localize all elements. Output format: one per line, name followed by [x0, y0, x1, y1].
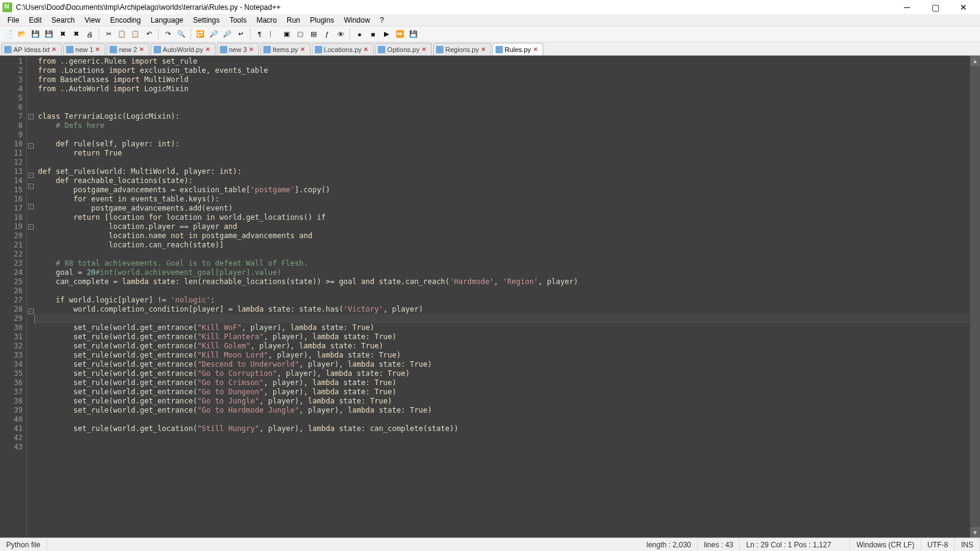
code-line[interactable]: location.can_reach(state)]	[38, 241, 970, 250]
menu-file[interactable]: File	[2, 14, 24, 26]
code-line[interactable]: from ..AutoWorld import LogicMixin	[38, 84, 970, 94]
code-line[interactable]: set_rule(world.get_entrance("Go to Hardm…	[38, 406, 970, 415]
code-line[interactable]: set_rule(world.get_entrance("Descend to …	[38, 360, 970, 369]
doc-map-button[interactable]: ▤	[307, 28, 320, 40]
print-button[interactable]: 🖨	[83, 28, 96, 40]
save-all-button[interactable]: 💾	[43, 28, 55, 40]
tab-close-icon[interactable]: ✕	[363, 47, 369, 53]
play-multi-button[interactable]: ⏩	[394, 28, 406, 40]
code-line[interactable]	[38, 103, 970, 112]
code-line[interactable]: def set_rules(world: MultiWorld, player:…	[38, 167, 970, 176]
code-editor[interactable]: from ..generic.Rules import set_rulefrom…	[34, 56, 970, 538]
code-line[interactable]: postgame_advancements = exclusion_table[…	[38, 186, 970, 195]
tab-close-icon[interactable]: ✕	[481, 47, 487, 53]
menu-language[interactable]: Language	[146, 14, 188, 26]
code-line[interactable]: goal = 20#int(world.achievement_goal[pla…	[38, 268, 970, 277]
code-line[interactable]: set_rule(world.get_entrance("Kill Golem"…	[38, 342, 970, 351]
code-line[interactable]: set_rule(world.get_entrance("Go to Corru…	[38, 369, 970, 378]
tab-options-py[interactable]: Options.py✕	[375, 43, 432, 55]
tab-new-2[interactable]: new 2✕	[107, 43, 149, 55]
tab-close-icon[interactable]: ✕	[51, 47, 58, 53]
fold-toggle[interactable]: −	[28, 173, 34, 178]
monitor-button[interactable]: 👁	[334, 28, 347, 40]
maximize-button[interactable]: ▢	[921, 0, 949, 14]
fold-all-button[interactable]: ▣	[281, 28, 293, 40]
tab-close-icon[interactable]: ✕	[95, 47, 101, 53]
close-all-button[interactable]: ✖	[70, 28, 82, 40]
tab-regions-py[interactable]: Regions.py✕	[433, 43, 491, 55]
code-line[interactable]	[38, 250, 970, 259]
fold-toggle[interactable]: −	[28, 309, 34, 314]
tab-close-icon[interactable]: ✕	[249, 47, 255, 53]
tab-autoworld-py[interactable]: AutoWorld.py✕	[151, 43, 216, 55]
menu-run[interactable]: Run	[282, 14, 305, 26]
scroll-down-icon[interactable]: ▼	[970, 527, 980, 538]
minimize-button[interactable]: ─	[893, 0, 921, 14]
code-line[interactable]: set_rule(world.get_entrance("Kill WoF", …	[38, 323, 970, 332]
code-line[interactable]: set_rule(world.get_entrance("Kill Plante…	[38, 332, 970, 342]
code-line[interactable]: # Defs here	[38, 121, 970, 130]
show-all-button[interactable]: ¶	[254, 28, 266, 40]
paste-button[interactable]: 📋	[129, 28, 141, 40]
play-button[interactable]: ▶	[380, 28, 393, 40]
menu-settings[interactable]: Settings	[188, 14, 224, 26]
tab-items-py[interactable]: Items.py✕	[260, 43, 311, 55]
save-macro-button[interactable]: 💾	[407, 28, 420, 40]
zoom-in-button[interactable]: 🔎	[208, 28, 220, 40]
code-line[interactable]: set_rule(world.get_entrance("Kill Moon L…	[38, 351, 970, 360]
code-line[interactable]: set_rule(world.get_entrance("Go to Jungl…	[38, 397, 970, 406]
tab-close-icon[interactable]: ✕	[533, 47, 539, 53]
code-line[interactable]: set_rule(world.get_entrance("Go to Dunge…	[38, 388, 970, 397]
close-button[interactable]: ✕	[949, 0, 978, 14]
code-line[interactable]	[38, 158, 970, 167]
record-button[interactable]: ●	[353, 28, 366, 40]
code-line[interactable]: return [location for location in world.g…	[38, 213, 970, 222]
code-line[interactable]: from ..generic.Rules import set_rule	[38, 57, 970, 66]
tab-new-3[interactable]: new 3✕	[217, 43, 259, 55]
replace-button[interactable]: 🔁	[194, 28, 206, 40]
tab-locations-py[interactable]: Locations.py✕	[312, 43, 374, 55]
menu-tools[interactable]: Tools	[225, 14, 252, 26]
code-line[interactable]: def rule(self, player: int):	[38, 140, 970, 149]
open-button[interactable]: 📂	[16, 28, 28, 40]
cut-button[interactable]: ✂	[102, 28, 115, 40]
stop-button[interactable]: ■	[367, 28, 379, 40]
menu-edit[interactable]: Edit	[24, 14, 47, 26]
redo-button[interactable]: ↷	[162, 28, 174, 40]
fold-toggle[interactable]: −	[28, 204, 34, 209]
copy-button[interactable]: 📋	[116, 28, 128, 40]
fold-toggle[interactable]: −	[28, 143, 34, 149]
save-button[interactable]: 💾	[29, 28, 42, 40]
tab-rules-py[interactable]: Rules.py✕	[492, 43, 543, 55]
code-line[interactable]: class TerrariaLogic(LogicMixin):	[38, 112, 970, 121]
code-line[interactable]: from BaseClasses import MultiWorld	[38, 75, 970, 84]
tab-new-1[interactable]: new 1✕	[63, 43, 105, 55]
tab-close-icon[interactable]: ✕	[139, 47, 145, 53]
menu-encoding[interactable]: Encoding	[105, 14, 146, 26]
code-line[interactable]: def reachable_locations(state):	[38, 176, 970, 186]
unfold-all-button[interactable]: ▢	[294, 28, 306, 40]
menu-[interactable]: ?	[375, 14, 389, 26]
code-line[interactable]	[38, 433, 970, 443]
zoom-out-button[interactable]: 🔎	[221, 28, 233, 40]
tab-ap-ideas-txt[interactable]: AP Ideas.txt✕	[1, 43, 62, 55]
code-line[interactable]: from .Locations import exclusion_table, …	[38, 66, 970, 75]
code-line[interactable]	[38, 415, 970, 424]
menu-view[interactable]: View	[80, 14, 105, 26]
code-line[interactable]: return True	[38, 149, 970, 158]
code-line[interactable]: for event in events_table.keys():	[38, 195, 970, 204]
code-line[interactable]: set_rule(world.get_location("Still Hungr…	[38, 424, 970, 433]
func-list-button[interactable]: ƒ	[321, 28, 333, 40]
fold-toggle[interactable]: −	[28, 184, 34, 189]
code-line[interactable]	[38, 94, 970, 103]
code-line[interactable]	[34, 314, 970, 323]
menu-search[interactable]: Search	[47, 14, 80, 26]
fold-toggle[interactable]: −	[28, 224, 34, 230]
close-button[interactable]: ✖	[56, 28, 69, 40]
tab-close-icon[interactable]: ✕	[300, 47, 306, 53]
tab-close-icon[interactable]: ✕	[205, 47, 211, 53]
code-line[interactable]: world.completion_condition[player] = lam…	[38, 305, 970, 314]
code-line[interactable]	[38, 443, 970, 452]
code-line[interactable]: location.name not in postgame_advancemen…	[38, 231, 970, 241]
find-button[interactable]: 🔍	[175, 28, 187, 40]
